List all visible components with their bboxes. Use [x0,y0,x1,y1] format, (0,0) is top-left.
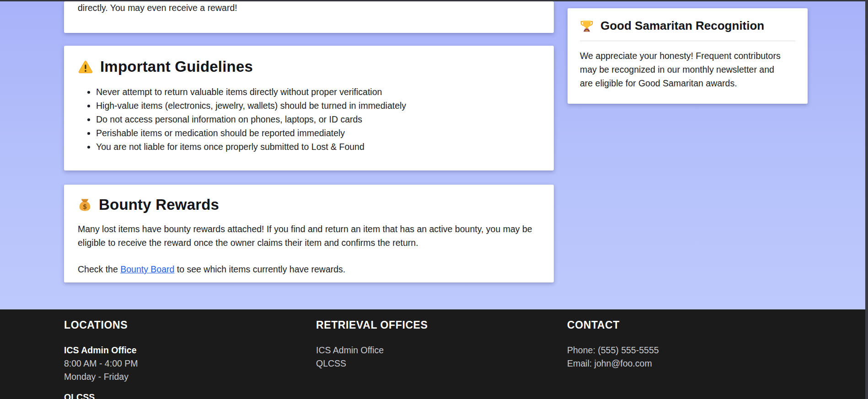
check-prefix: Check the [78,264,120,274]
guidelines-title: Important Guidelines [100,58,253,75]
scrollbar-track[interactable] [865,0,868,399]
locations-heading: LOCATIONS [64,319,316,331]
location-entry: QLCSS [64,391,316,399]
bounty-rewards-card: $ Bounty Rewards Many lost items have bo… [64,185,554,282]
retrieval-office: QLCSS [316,357,567,370]
money-bag-icon: $ [78,197,92,213]
window-top-edge [0,0,868,1]
footer-columns: LOCATIONS ICS Admin Office 8:00 AM - 4:0… [64,319,808,399]
guideline-item: High-value items (electronics, jewelry, … [96,99,540,112]
location-name: ICS Admin Office [64,344,316,357]
recognition-title: Good Samaritan Recognition [600,19,764,33]
recognition-body-text: We appreciate your honesty! Frequent con… [580,49,787,90]
guidelines-list: Never attempt to return valuable items d… [78,85,540,154]
important-guidelines-card: Important Guidelines Never attempt to re… [64,46,554,170]
contact-heading: CONTACT [567,319,808,331]
footer-retrieval-column: RETRIEVAL OFFICES ICS Admin Office QLCSS [316,319,567,399]
footer-locations-column: LOCATIONS ICS Admin Office 8:00 AM - 4:0… [64,319,316,399]
bounty-board-link[interactable]: Bounty Board [120,264,174,274]
location-days: Monday - Friday [64,370,316,383]
location-hours: 8:00 AM - 4:00 PM [64,357,316,370]
trophy-icon [580,19,594,33]
guideline-item: Do not access personal information on ph… [96,112,540,126]
guideline-item: You are not liable for items once proper… [96,140,540,154]
bounty-check-line: Check the Bounty Board to see which item… [78,262,535,276]
location-entry: ICS Admin Office 8:00 AM - 4:00 PM Monda… [64,344,316,383]
bounty-intro-text: Many lost items have bounty rewards atta… [78,222,535,250]
side-column: Good Samaritan Recognition We appreciate… [568,1,808,282]
recognition-heading: Good Samaritan Recognition [580,19,795,41]
retrieval-office: ICS Admin Office [316,344,567,357]
retrieval-heading: RETRIEVAL OFFICES [316,319,567,331]
guideline-item: Perishable items or medication should be… [96,126,540,140]
bounty-heading: $ Bounty Rewards [78,196,540,213]
reward-notice-text: directly. You may even receive a reward! [78,2,540,14]
svg-text:$: $ [83,203,87,210]
location-name: QLCSS [64,391,316,399]
bounty-title: Bounty Rewards [99,196,219,213]
contact-email: Email: john@foo.com [567,357,808,370]
page-content: directly. You may even receive a reward!… [0,0,868,282]
footer-contact-column: CONTACT Phone: (555) 555-5555 Email: joh… [567,319,808,399]
good-samaritan-card: Good Samaritan Recognition We appreciate… [568,8,808,104]
guidelines-heading: Important Guidelines [78,58,540,75]
guideline-item: Never attempt to return valuable items d… [96,85,540,99]
warning-icon [78,60,93,74]
main-column: directly. You may even receive a reward!… [64,1,554,282]
contact-phone: Phone: (555) 555-5555 [567,344,808,357]
page-footer: LOCATIONS ICS Admin Office 8:00 AM - 4:0… [0,309,868,399]
reward-notice-card: directly. You may even receive a reward! [64,1,554,33]
check-suffix: to see which items currently have reward… [174,264,345,274]
